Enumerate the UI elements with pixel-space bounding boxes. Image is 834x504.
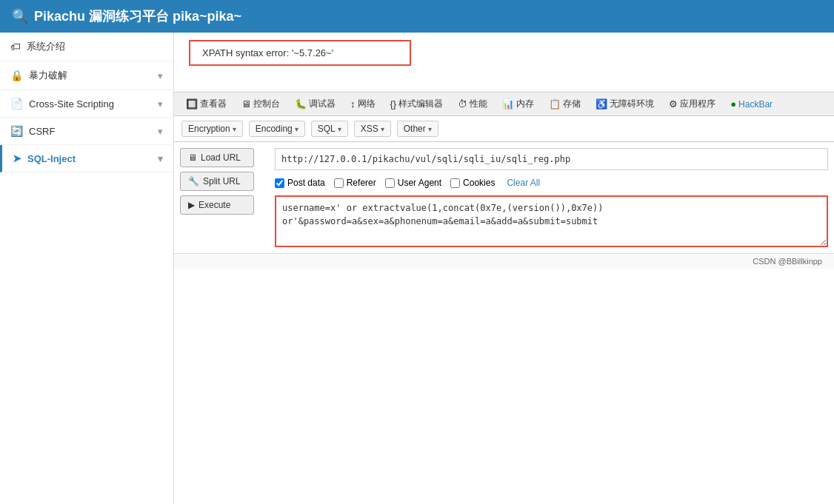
- sidebar-item-xss[interactable]: 📄 Cross-Site Scripting ▾: [0, 90, 173, 118]
- devtools-tab-performance[interactable]: ⏱ 性能: [452, 95, 493, 112]
- dropdown-sql-label: SQL: [318, 124, 336, 134]
- dropdown-xss-arrow: ▾: [381, 125, 384, 133]
- footer-bar: CSDN @BBillkinpp: [174, 253, 834, 269]
- dropdown-sql-arrow: ▾: [338, 125, 341, 133]
- devtools-label-style: 样式编辑器: [398, 98, 443, 110]
- error-box: XPATH syntax error: '~5.7.26~': [189, 40, 411, 66]
- devtools-tab-console[interactable]: 🖥 控制台: [236, 95, 286, 112]
- sqlinject-icon: ➤: [13, 152, 21, 164]
- footer-credit: CSDN @BBillkinpp: [753, 257, 822, 266]
- dropdown-encoding[interactable]: Encoding ▾: [249, 121, 305, 137]
- debugger-icon: 🐛: [295, 98, 307, 110]
- devtools-tab-style[interactable]: {} 样式编辑器: [384, 95, 450, 112]
- storage-icon: 📋: [549, 98, 561, 110]
- inspector-icon: 🔲: [186, 98, 198, 110]
- xss-icon: 📄: [10, 98, 23, 110]
- execute-label: Execute: [199, 200, 230, 210]
- split-url-label: Split URL: [203, 176, 241, 187]
- cookies-checkbox[interactable]: [450, 178, 460, 188]
- execute-icon: ▶: [188, 200, 195, 210]
- error-panel: XPATH syntax error: '~5.7.26~': [174, 33, 834, 92]
- devtools-tab-network[interactable]: ↕ 网络: [344, 95, 381, 112]
- devtools-label-performance: 性能: [470, 98, 487, 110]
- referer-checkbox[interactable]: [334, 178, 344, 188]
- split-url-button[interactable]: 🔧 Split URL: [180, 172, 254, 191]
- execute-button[interactable]: ▶ Execute: [180, 195, 254, 215]
- accessibility-icon: ♿: [596, 98, 607, 110]
- dropdown-xss[interactable]: XSS ▾: [354, 121, 391, 137]
- checkboxes-row: Post data Referer User Agent Cookies C: [275, 175, 828, 191]
- sidebar-label-sqlinject: SQL-Inject: [27, 153, 76, 164]
- hackbar-right-panel: Post data Referer User Agent Cookies C: [275, 148, 828, 247]
- url-input[interactable]: [275, 148, 828, 170]
- clear-all-link[interactable]: Clear All: [507, 178, 540, 188]
- devtools-label-inspector: 查看器: [200, 98, 227, 110]
- devtools-label-accessibility: 无障碍环境: [610, 98, 654, 110]
- dropdown-encryption-arrow: ▾: [233, 125, 236, 133]
- dropdown-other-label: Other: [404, 124, 426, 134]
- devtools-bar: 🔲 查看器 🖥 控制台 🐛 调试器 ↕ 网络 {} 样式编辑器 ⏱ 性能: [174, 92, 834, 116]
- tag-icon: 🏷: [10, 41, 21, 53]
- checkbox-cookies[interactable]: Cookies: [450, 178, 495, 188]
- console-icon: 🖥: [241, 98, 251, 110]
- post-data-textarea[interactable]: username=x' or extractvalue(1,concat(0x7…: [275, 195, 828, 247]
- app-title: Pikachu 漏洞练习平台 pika~pika~: [34, 7, 241, 25]
- apps-icon: ⚙: [669, 98, 678, 110]
- dropdown-other[interactable]: Other ▾: [397, 121, 438, 137]
- devtools-tab-inspector[interactable]: 🔲 查看器: [180, 95, 233, 112]
- loadurl-icon: 🖥: [188, 152, 197, 163]
- useragent-checkbox[interactable]: [385, 178, 395, 188]
- sidebar-item-bruteforce[interactable]: 🔒 暴力破解 ▾: [0, 61, 173, 90]
- hackbar-content: 🖥 Load URL 🔧 Split URL ▶ Execute: [174, 142, 834, 253]
- load-url-button[interactable]: 🖥 Load URL: [180, 148, 254, 167]
- sidebar-item-intro[interactable]: 🏷 系统介绍: [0, 33, 173, 61]
- spliturl-icon: 🔧: [188, 176, 199, 187]
- csrf-icon: 🔄: [10, 125, 23, 137]
- dropdown-other-arrow: ▾: [428, 125, 432, 133]
- content-area: XPATH syntax error: '~5.7.26~' 🔲 查看器 🖥 控…: [174, 33, 834, 504]
- hackbar-icon: ●: [730, 98, 736, 110]
- checkbox-useragent[interactable]: User Agent: [385, 178, 441, 188]
- dropdown-encoding-arrow: ▾: [295, 125, 298, 133]
- referer-label: Referer: [347, 178, 376, 188]
- title-icon: 🔍: [12, 8, 28, 24]
- devtools-label-apps: 应用程序: [680, 98, 715, 110]
- cookies-label: Cookies: [463, 178, 495, 188]
- postdata-checkbox[interactable]: [275, 178, 284, 188]
- devtools-tab-memory[interactable]: 📊 内存: [496, 95, 540, 112]
- lock-icon: 🔒: [10, 70, 23, 81]
- performance-icon: ⏱: [458, 98, 467, 110]
- devtools-tab-hackbar[interactable]: ● HackBar: [724, 96, 778, 112]
- checkbox-referer[interactable]: Referer: [334, 178, 376, 188]
- dropdown-encryption[interactable]: Encryption ▾: [181, 121, 243, 137]
- arrow-icon-csrf: ▾: [158, 126, 163, 137]
- devtools-label-memory: 内存: [516, 98, 534, 110]
- dropdown-sql[interactable]: SQL ▾: [311, 121, 348, 137]
- arrow-icon-xss: ▾: [158, 98, 163, 110]
- load-url-label: Load URL: [201, 152, 241, 163]
- devtools-label-hackbar: HackBar: [738, 99, 773, 110]
- style-icon: {}: [390, 98, 397, 110]
- error-message: XPATH syntax error: '~5.7.26~': [202, 47, 333, 58]
- devtools-label-network: 网络: [358, 98, 376, 110]
- devtools-tab-apps[interactable]: ⚙ 应用程序: [663, 95, 721, 112]
- arrow-icon-sqlinject: ▾: [158, 153, 163, 164]
- devtools-label-debugger: 调试器: [309, 98, 336, 110]
- sidebar: 🏷 系统介绍 🔒 暴力破解 ▾ 📄 Cross-Site Scripting ▾…: [0, 33, 174, 504]
- sidebar-label-xss: Cross-Site Scripting: [29, 98, 114, 110]
- useragent-label: User Agent: [398, 178, 441, 188]
- title-bar: 🔍 Pikachu 漏洞练习平台 pika~pika~: [0, 0, 834, 33]
- sidebar-label-csrf: CSRF: [29, 126, 55, 137]
- devtools-tab-accessibility[interactable]: ♿ 无障碍环境: [590, 95, 660, 112]
- checkbox-postdata[interactable]: Post data: [275, 178, 325, 188]
- arrow-icon-bruteforce: ▾: [158, 70, 163, 81]
- devtools-tab-storage[interactable]: 📋 存储: [543, 95, 587, 112]
- sidebar-item-csrf[interactable]: 🔄 CSRF ▾: [0, 118, 173, 145]
- dropdown-encryption-label: Encryption: [188, 124, 230, 134]
- devtools-label-console: 控制台: [253, 98, 280, 110]
- sidebar-item-sqlinject[interactable]: ➤ SQL-Inject ▾: [0, 145, 173, 172]
- dropdown-encoding-label: Encoding: [256, 124, 293, 134]
- postdata-label: Post data: [287, 178, 325, 188]
- main-layout: 🏷 系统介绍 🔒 暴力破解 ▾ 📄 Cross-Site Scripting ▾…: [0, 33, 834, 504]
- devtools-tab-debugger[interactable]: 🐛 调试器: [289, 95, 341, 112]
